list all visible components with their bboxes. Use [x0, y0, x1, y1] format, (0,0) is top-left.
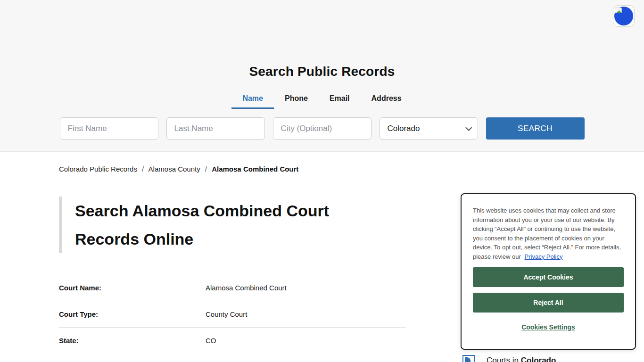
table-row: State: CO: [59, 328, 406, 354]
first-name-input[interactable]: [60, 117, 158, 140]
cookie-consent-dialog: This website uses cookies that may colle…: [461, 193, 636, 350]
detail-value: CO: [206, 337, 216, 345]
page-title: Search Public Records: [0, 0, 644, 79]
courthouse-thumbnail-icon: [462, 355, 475, 362]
breadcrumb-current: Alamosa Combined Court: [212, 165, 298, 173]
accept-cookies-button[interactable]: Accept Cookies: [473, 267, 624, 287]
chevron-down-icon: [465, 124, 472, 131]
tab-email[interactable]: Email: [319, 91, 361, 109]
breadcrumb-link-colorado-public-records[interactable]: Colorado Public Records: [59, 165, 137, 173]
breadcrumb-separator: /: [139, 165, 147, 173]
cookie-message-text: This website uses cookies that may colle…: [473, 207, 621, 260]
court-details: Court Name: Alamosa Combined Court Court…: [59, 275, 406, 354]
table-row: Court Type: County Court: [59, 301, 406, 328]
detail-value: County Court: [206, 310, 247, 318]
search-panel: Search Public Records Name Phone Email A…: [0, 0, 644, 152]
related-courts-row: Courts in Colorado: [462, 355, 556, 362]
page-heading: Search Alamosa Combined Court Records On…: [59, 197, 380, 253]
state-select-value: Colorado: [388, 124, 420, 133]
reject-all-button[interactable]: Reject All: [473, 293, 624, 313]
privacy-policy-link[interactable]: Privacy Policy: [525, 253, 563, 260]
detail-label: Court Name:: [59, 284, 206, 292]
breadcrumb: Colorado Public Records / Alamosa County…: [59, 165, 644, 173]
courts-in-state: Colorado: [521, 356, 556, 362]
tab-name[interactable]: Name: [231, 91, 274, 109]
detail-label: State:: [59, 337, 206, 345]
table-row: Court Name: Alamosa Combined Court: [59, 275, 406, 301]
accessibility-widget-button[interactable]: [613, 5, 635, 27]
courts-in-state-link[interactable]: Courts in Colorado: [487, 355, 556, 362]
detail-label: Court Type:: [59, 310, 206, 318]
state-select[interactable]: Colorado: [380, 117, 478, 140]
search-button[interactable]: SEARCH: [486, 117, 585, 140]
city-input[interactable]: [273, 117, 372, 140]
search-tabs: Name Phone Email Address: [0, 91, 644, 109]
broken-image-icon: [615, 8, 622, 13]
breadcrumb-separator: /: [202, 165, 210, 173]
breadcrumb-link-alamosa-county[interactable]: Alamosa County: [149, 165, 200, 173]
search-form: Colorado SEARCH: [0, 117, 644, 140]
tab-address[interactable]: Address: [361, 91, 413, 109]
detail-value: Alamosa Combined Court: [206, 284, 287, 292]
tab-phone[interactable]: Phone: [274, 91, 319, 109]
courts-in-prefix: Courts in: [487, 356, 521, 362]
cookie-message: This website uses cookies that may colle…: [473, 206, 624, 261]
last-name-input[interactable]: [166, 117, 265, 140]
cookies-settings-link[interactable]: Cookies Settings: [473, 323, 624, 331]
